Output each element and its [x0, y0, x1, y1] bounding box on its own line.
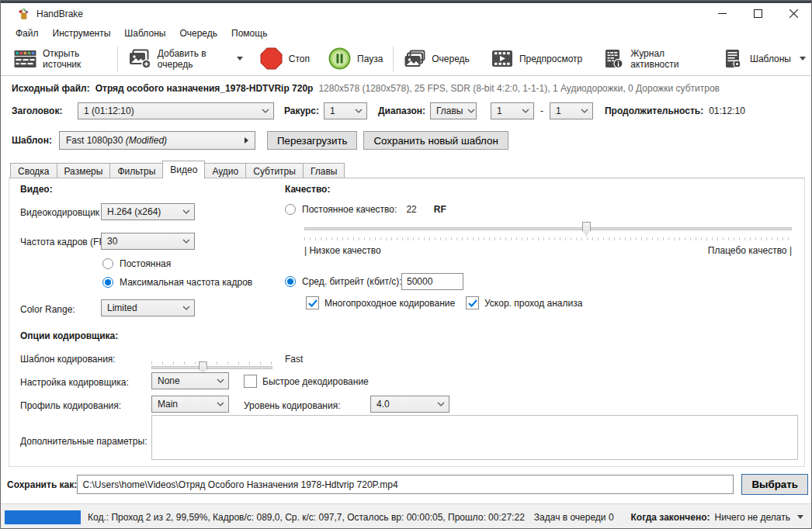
- framerate-label: Частота кадров (FP: [20, 237, 101, 247]
- avg-bitrate-radio[interactable]: Сред. битрейт (кбит/с):: [285, 276, 402, 287]
- chevron-down-icon: [217, 402, 224, 406]
- constant-quality-radio[interactable]: Постоянное качество: 22 RF: [285, 204, 446, 215]
- chevron-down-icon: [522, 109, 529, 113]
- framerate-peak-radio[interactable]: Максимальная частота кадров: [102, 277, 252, 288]
- duration-label: Продолжительность:: [605, 105, 703, 116]
- preset-label: Шаблон:: [12, 135, 59, 146]
- window-title: HandBrake: [36, 9, 83, 19]
- checkbox-icon: [244, 375, 257, 388]
- pause-label: Пауза: [357, 54, 383, 64]
- encoder-profile-select[interactable]: Main: [151, 396, 229, 413]
- encode-progress-bar: [5, 510, 81, 524]
- toolbar: Открыть источник Добавить в очередь: [1, 42, 811, 75]
- handbrake-window: HandBrake Файл Инструменты Шаблоны Очере…: [0, 0, 812, 529]
- queue-button[interactable]: Очередь: [398, 46, 475, 72]
- chevron-down-icon: [262, 109, 269, 113]
- video-tab-panel: Видео: Видеокодировщик H.264 (x264) Част…: [9, 178, 805, 467]
- pause-icon: [328, 47, 351, 70]
- menu-tools[interactable]: Инструменты: [46, 26, 118, 41]
- multipass-checkbox[interactable]: Многопроходное кодирование: [306, 296, 455, 309]
- preview-button[interactable]: Предпросмотр: [486, 46, 588, 71]
- save-as-label: Сохранить как:: [7, 479, 77, 490]
- preview-icon: [491, 50, 513, 67]
- activity-log-icon: [604, 49, 624, 69]
- add-to-queue-button[interactable]: Добавить в очередь: [123, 44, 248, 74]
- menu-queue[interactable]: Очередь: [172, 26, 224, 41]
- maximize-button[interactable]: [740, 3, 776, 24]
- extra-options-textarea[interactable]: [151, 415, 798, 460]
- pause-button[interactable]: Пауза: [323, 43, 388, 74]
- reload-preset-button[interactable]: Перезагрузить: [267, 131, 357, 150]
- encoder-level-select[interactable]: 4.0: [370, 396, 449, 413]
- angle-select[interactable]: 1: [324, 102, 367, 119]
- tab-subtitles[interactable]: Субтитры: [245, 163, 304, 178]
- preset-value: Fast 1080p30: [66, 135, 123, 146]
- radio-icon: [285, 204, 296, 215]
- activity-log-button[interactable]: Журнал активности: [599, 44, 707, 74]
- title-range-row: Заголовок: 1 (01:12:10) Ракурс: 1 Диапаз…: [12, 102, 807, 119]
- activity-log-label: Журнал активности: [630, 48, 702, 70]
- presets-toolbar-button[interactable]: Шаблоны: [718, 45, 811, 73]
- tab-video[interactable]: Видео: [162, 161, 205, 178]
- preset-modified-flag: (Modified): [126, 135, 167, 146]
- close-button[interactable]: [776, 3, 811, 24]
- menu-file[interactable]: Файл: [9, 26, 46, 41]
- tab-filters[interactable]: Фильтры: [109, 163, 163, 178]
- menu-presets[interactable]: Шаблоны: [117, 26, 172, 41]
- chevron-down-icon: [581, 109, 588, 113]
- save-path-input[interactable]: [77, 475, 734, 494]
- extra-options-label: Дополнительные параметры:: [20, 436, 147, 447]
- range-label: Диапазон:: [378, 105, 425, 116]
- encoder-tune-select[interactable]: None: [151, 372, 229, 389]
- quality-section-title: Качество:: [285, 184, 330, 195]
- save-new-preset-button[interactable]: Сохранить новый шаблон: [363, 131, 508, 150]
- minimize-button[interactable]: [704, 3, 740, 24]
- encoder-preset-label: Шаблон кодирования:: [20, 354, 116, 365]
- tab-chapters[interactable]: Главы: [303, 163, 345, 178]
- chevron-down-icon: [800, 57, 806, 61]
- range-type-select[interactable]: Главы: [430, 102, 477, 119]
- chevron-down-icon: [237, 57, 243, 61]
- encoder-level-label: Уровень кодирования:: [244, 400, 340, 411]
- encoder-profile-label: Профиль кодирования:: [20, 400, 121, 411]
- stop-label: Стоп: [289, 54, 310, 64]
- when-done-control[interactable]: Когда закончено: Ничего не делать: [631, 512, 803, 523]
- chevron-down-icon: [182, 239, 190, 244]
- quality-slider[interactable]: [304, 222, 792, 236]
- turbo-analysis-checkbox[interactable]: Ускор. проход анализа: [466, 296, 582, 309]
- titlebar: HandBrake: [1, 3, 811, 24]
- add-to-queue-label: Добавить в очередь: [158, 48, 228, 70]
- browse-button[interactable]: Выбрать: [741, 474, 808, 495]
- duration-value: 01:12:10: [709, 105, 745, 116]
- queue-icon: [404, 50, 425, 68]
- bitrate-input[interactable]: [401, 273, 463, 290]
- range-dash: -: [540, 105, 543, 116]
- stop-button[interactable]: Стоп: [255, 43, 315, 74]
- title-select[interactable]: 1 (01:12:10): [78, 102, 274, 119]
- source-info-row: Исходный файл: Отряд особого назначения_…: [12, 83, 807, 94]
- range-start-select[interactable]: 1: [491, 102, 534, 119]
- preset-select[interactable]: Fast 1080p30 (Modified): [59, 131, 255, 150]
- tab-dimensions[interactable]: Размеры: [57, 163, 111, 178]
- framerate-select[interactable]: 30: [101, 233, 195, 250]
- quality-high-label: Плацебо качество |: [304, 245, 792, 256]
- range-end-select[interactable]: 1: [550, 102, 593, 119]
- quality-slider-handle[interactable]: [582, 222, 591, 236]
- color-range-select[interactable]: Limited: [101, 299, 195, 316]
- video-encoder-select[interactable]: H.264 (x264): [101, 203, 195, 220]
- menu-help[interactable]: Помощь: [224, 26, 274, 41]
- framerate-constant-radio[interactable]: Постоянная: [102, 258, 171, 269]
- tab-summary[interactable]: Сводка: [10, 163, 57, 178]
- constant-quality-unit: RF: [434, 204, 446, 215]
- open-source-label: Открыть источник: [43, 48, 107, 70]
- chevron-down-icon: [355, 109, 363, 113]
- chevron-down-icon: [797, 515, 803, 519]
- radio-checked-icon: [102, 277, 113, 288]
- open-source-button[interactable]: Открыть источник: [9, 44, 113, 74]
- window-controls: [704, 3, 811, 24]
- fast-decode-checkbox[interactable]: Быстрое декодирование: [244, 375, 369, 388]
- chevron-down-icon: [437, 402, 445, 406]
- preset-row: Шаблон: Fast 1080p30 (Modified) Перезагр…: [12, 131, 807, 150]
- tab-audio[interactable]: Аудио: [204, 163, 246, 178]
- source-filename: Отряд особого назначения_1978-HDTVRip 72…: [95, 83, 314, 94]
